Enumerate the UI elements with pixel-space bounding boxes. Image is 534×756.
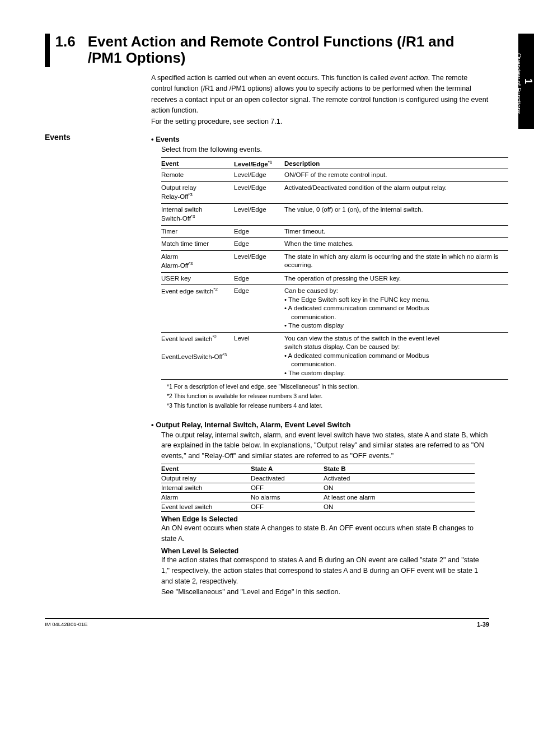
chapter-label: Overview of Functions	[516, 53, 522, 114]
edge-selected-head: When Edge Is Selected	[161, 515, 489, 523]
output-relay-body: The output relay, internal switch, alarm…	[161, 430, 489, 461]
table-row: Event level switch*2 EventLevelSwitch-Of…	[161, 332, 508, 380]
table-row: Event edge switch*2 Edge Can be caused b…	[161, 285, 508, 333]
level-selected-body: If the action states that correspond to …	[161, 555, 489, 586]
section-heading: 1.6 Event Action and Remote Control Func…	[45, 34, 489, 67]
events-subhead: Events	[45, 133, 71, 142]
table-row: Internal switchOFFON	[161, 483, 475, 492]
table-header-row: Event State A State B	[161, 464, 475, 473]
table-row: Event level switchOFFON	[161, 502, 475, 511]
table-row: TimerEdgeTimer timeout.	[161, 225, 508, 238]
footnotes: *1 For a description of level and edge, …	[167, 382, 489, 410]
chapter-tab: 1 Overview of Functions	[518, 34, 534, 129]
table-row: USER keyEdgeThe operation of pressing th…	[161, 272, 508, 285]
select-line: Select from the following events.	[161, 144, 489, 155]
table-row: RemoteLevel/EdgeON/OFF of the remote con…	[161, 169, 508, 182]
section-number: 1.6	[55, 34, 76, 50]
table-header-row: Event Level/Edge*1 Description	[161, 157, 508, 169]
table-row: Internal switchSwitch-Off*3Level/EdgeThe…	[161, 203, 508, 225]
page-footer: IM 04L42B01-01E 1-39	[45, 618, 489, 628]
events-table: Event Level/Edge*1 Description RemoteLev…	[161, 157, 508, 380]
table-row: Match time timerEdgeWhen the time matche…	[161, 238, 508, 251]
col-event: Event	[161, 157, 234, 169]
edge-selected-body: An ON event occurs when state A changes …	[161, 523, 489, 544]
col-description: Description	[284, 157, 508, 169]
output-relay-bullet: • Output Relay, Internal Switch, Alarm, …	[151, 421, 489, 429]
col-level-edge: Level/Edge*1	[234, 157, 284, 169]
table-row: Output relayDeactivatedActivated	[161, 473, 475, 483]
states-table: Event State A State B Output relayDeacti…	[161, 464, 475, 512]
table-row: Output relayRelay-Off*3Level/EdgeActivat…	[161, 181, 508, 203]
table-row: AlarmAlarm-Off*3Level/EdgeThe state in w…	[161, 250, 508, 272]
level-selected-head: When Level Is Selected	[161, 547, 489, 555]
level-selected-see: See "Miscellaneous" and "Level and Edge"…	[161, 587, 489, 598]
section-title: Event Action and Remote Control Function…	[88, 34, 489, 66]
events-bullet: • Events	[151, 135, 489, 143]
chapter-num: 1	[522, 38, 534, 124]
intro-text: A specified action is carried out when a…	[151, 73, 489, 127]
page-number: 1-39	[477, 621, 489, 628]
heading-bar	[45, 34, 50, 67]
manual-code: IM 04L42B01-01E	[45, 621, 88, 628]
table-row: AlarmNo alarmsAt least one alarm	[161, 492, 475, 502]
